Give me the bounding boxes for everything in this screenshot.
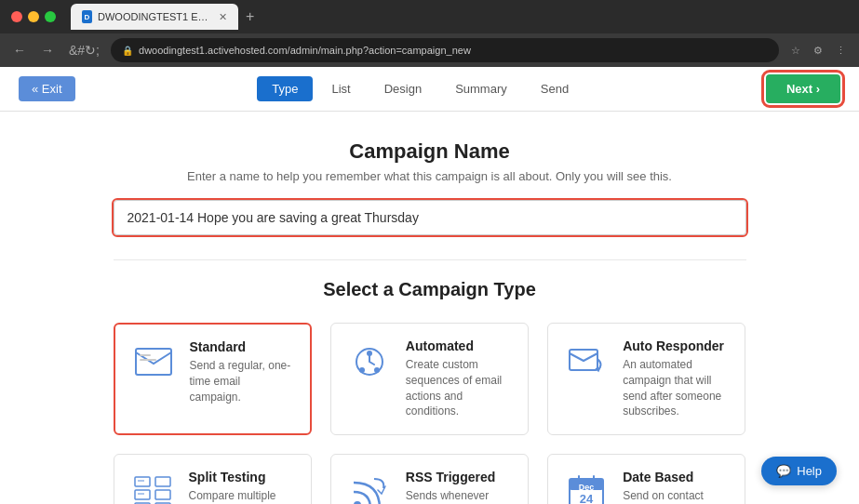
nav-steps: Type List Design Summary Send [257,76,584,101]
svg-rect-9 [135,490,150,499]
automated-desc: Create custom sequences of email actions… [406,357,513,419]
autoresponder-icon [563,338,610,385]
standard-title: Standard [190,339,295,354]
date-based-desc: Send on contact birthdays, anniversaries… [623,488,730,504]
close-traffic-light[interactable] [11,11,22,22]
autoresponder-title: Auto Responder [623,338,730,353]
svg-point-6 [374,367,380,373]
page-nav: « Exit Type List Design Summary Send Nex… [0,67,859,112]
campaign-type-date-based[interactable]: Dec 24 Date Based Send on contact birthd… [547,454,745,504]
exit-button[interactable]: « Exit [19,76,75,101]
page-content-area: « Exit Type List Design Summary Send Nex… [0,67,859,504]
automated-title: Automated [406,338,513,353]
new-tab-button[interactable]: + [242,8,258,25]
tab-close-icon[interactable]: ✕ [219,11,227,23]
help-label: Help [797,464,822,478]
url-text: dwoodingtest1.activehosted.com/admin/mai… [139,45,471,56]
step-list[interactable]: List [316,76,365,101]
rss-triggered-desc: Sends whenever your RSS based feed is up… [406,488,513,504]
date-based-icon: Dec 24 [563,470,610,504]
autoresponder-info: Auto Responder An automated campaign tha… [623,338,730,419]
split-testing-info: Split Testing Compare multiple emails to… [189,470,296,504]
lock-icon: 🔒 [122,46,133,56]
active-tab[interactable]: D DWOODINGTEST1 Email Mari... ✕ [71,4,238,30]
campaign-type-rss-triggered[interactable]: RSS Triggered Sends whenever your RSS ba… [330,454,529,504]
divider [114,259,746,260]
autoresponder-desc: An automated campaign that will send aft… [623,357,730,419]
forward-button[interactable]: → [37,41,58,60]
svg-rect-2 [140,359,156,361]
standard-desc: Send a regular, one-time email campaign. [190,358,295,405]
svg-text:Dec: Dec [579,483,595,492]
help-icon: 💬 [776,464,791,478]
campaign-type-autoresponder[interactable]: Auto Responder An automated campaign tha… [547,323,745,435]
svg-rect-11 [155,477,170,486]
rss-triggered-title: RSS Triggered [406,470,513,484]
date-based-info: Date Based Send on contact birthdays, an… [623,470,730,504]
tab-bar: D DWOODINGTEST1 Email Mari... ✕ + [71,4,848,30]
svg-text:24: 24 [580,492,594,504]
main-content: Campaign Name Enter a name to help you r… [58,112,802,504]
split-testing-title: Split Testing [189,470,296,484]
browser-toolbar: ← → &#↻; 🔒 dwoodingtest1.activehosted.co… [0,33,859,67]
campaign-name-subtitle: Enter a name to help you remember what t… [114,169,746,183]
extensions-icon[interactable]: ⚙ [809,41,827,60]
step-type[interactable]: Type [257,76,313,101]
step-summary[interactable]: Summary [440,76,522,101]
campaign-type-split-testing[interactable]: Split Testing Compare multiple emails to… [114,454,312,504]
standard-info: Standard Send a regular, one-time email … [190,339,295,405]
step-send[interactable]: Send [526,76,584,101]
minimize-traffic-light[interactable] [28,11,39,22]
campaign-name-input[interactable] [114,200,746,235]
fullscreen-traffic-light[interactable] [45,11,56,22]
tab-title: DWOODINGTEST1 Email Mari... [98,11,209,22]
help-button[interactable]: 💬 Help [761,457,837,485]
tab-favicon: D [82,10,92,23]
reload-button[interactable]: &#↻; [65,41,103,60]
traffic-lights [11,11,56,22]
date-based-title: Date Based [623,470,730,484]
svg-point-5 [359,367,365,373]
svg-rect-0 [136,349,171,375]
svg-rect-8 [135,477,150,486]
automated-info: Automated Create custom sequences of ema… [406,338,513,419]
campaign-type-standard[interactable]: Standard Send a regular, one-time email … [114,323,312,435]
menu-icon[interactable]: ⋮ [831,41,850,60]
split-testing-desc: Compare multiple emails to test which wo… [189,488,296,504]
rss-triggered-icon [346,470,393,504]
next-button[interactable]: Next › [766,74,840,103]
address-bar[interactable]: 🔒 dwoodingtest1.activehosted.com/admin/m… [111,38,779,62]
svg-rect-12 [155,490,170,499]
campaign-name-title: Campaign Name [114,139,746,164]
star-icon[interactable]: ☆ [786,41,805,60]
svg-rect-1 [140,354,151,356]
standard-icon [130,339,177,386]
rss-triggered-info: RSS Triggered Sends whenever your RSS ba… [406,470,513,504]
automated-icon [346,338,393,385]
campaign-type-automated[interactable]: Automated Create custom sequences of ema… [330,323,529,435]
select-type-title: Select a Campaign Type [114,279,746,300]
back-button[interactable]: ← [9,41,30,60]
step-design[interactable]: Design [369,76,436,101]
split-testing-icon [129,470,176,504]
campaign-types-grid: Standard Send a regular, one-time email … [114,323,746,504]
toolbar-actions: ☆ ⚙ ⋮ [786,41,850,60]
